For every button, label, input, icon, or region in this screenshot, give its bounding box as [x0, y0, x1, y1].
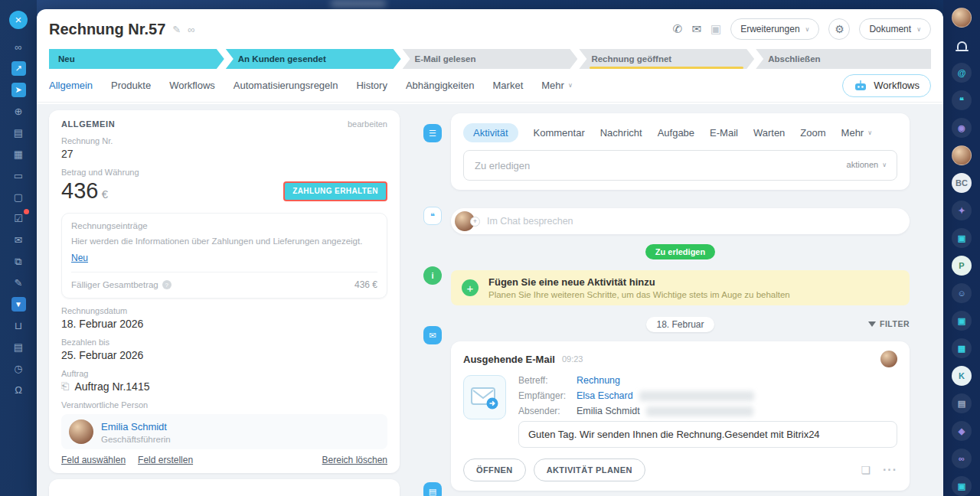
group[interactable]: ☺	[952, 283, 972, 303]
more-actions-icon[interactable]: ···	[883, 463, 897, 477]
tab-abhängigkeiten[interactable]: Abhängigkeiten	[406, 80, 475, 91]
user-initials-p[interactable]: P	[952, 256, 972, 276]
stage-3[interactable]: E-Mail gelesen	[403, 49, 578, 69]
copy-link-icon[interactable]: ∞	[188, 24, 194, 35]
document-button[interactable]: Dokument ∨	[859, 18, 931, 40]
composer-tab-aufgabe[interactable]: Aufgabe	[658, 123, 694, 142]
add-participant-icon[interactable]: +	[470, 217, 480, 227]
invoice-date-value[interactable]: 18. Februar 2026	[61, 318, 387, 330]
chat-input-row[interactable]: + Im Chat besprechen	[451, 208, 910, 234]
app-star[interactable]: ✦	[952, 201, 972, 220]
composer-tab-zoom[interactable]: Zoom	[800, 123, 825, 142]
stage-5[interactable]: Abschließen	[756, 49, 931, 69]
stage-1[interactable]: Neu	[49, 49, 224, 69]
monitor-icon[interactable]: ▢	[11, 190, 26, 204]
user-avatar[interactable]	[952, 145, 972, 165]
app-square[interactable]: ▣	[952, 476, 972, 496]
user-initials-k[interactable]: K	[952, 366, 972, 386]
edit-title-icon[interactable]: ✎	[172, 24, 181, 35]
order-value[interactable]: Auftrag Nr.1415	[74, 380, 149, 393]
info-icon: i	[423, 266, 442, 285]
filter-button[interactable]: FILTER	[868, 319, 910, 328]
composer-tab-warten[interactable]: Warten	[753, 123, 785, 142]
panel-footer-links: Feld auswählen Feld erstellen Bereich lö…	[61, 455, 387, 465]
extensions-button[interactable]: Erweiterungen ∨	[730, 18, 819, 40]
document-icon[interactable]: ▤	[11, 126, 26, 140]
file[interactable]: ▤	[952, 393, 972, 413]
date-chip[interactable]: 18. Februar	[646, 317, 714, 332]
todo-status-badge[interactable]: Zu erledigen	[645, 244, 715, 259]
calendar-icon[interactable]: ▦	[11, 147, 26, 162]
payment-received-button[interactable]: ZAHLUNG ERHALTEN	[283, 181, 387, 201]
camera[interactable]: ▣	[952, 311, 972, 331]
composer-tab-mehr[interactable]: Mehr∨	[841, 123, 872, 142]
mail-icon[interactable]: ✉	[691, 22, 701, 36]
tab-workflows[interactable]: Workflows	[169, 80, 215, 91]
mail-icon[interactable]: ✉	[11, 233, 26, 247]
link-icon[interactable]: ∞	[11, 40, 26, 54]
invite-icon[interactable]: ⊕	[11, 104, 26, 119]
app-loop[interactable]: ∞	[952, 449, 972, 468]
phone-icon[interactable]: ✆	[673, 22, 683, 36]
activity-composer: AktivitätKommentarNachrichtAufgabeE-Mail…	[451, 113, 910, 190]
composer-tab-aktivität[interactable]: Aktivität	[463, 123, 518, 142]
actions-dropdown[interactable]: aktionen ∨	[847, 160, 887, 169]
send-icon[interactable]: ➤	[11, 83, 26, 97]
app-spiral[interactable]: @	[952, 63, 972, 83]
stage-4[interactable]: Rechnung geöffnet	[579, 49, 754, 69]
entries-new-link[interactable]: Neu	[71, 253, 88, 263]
select-field-link[interactable]: Feld auswählen	[61, 455, 126, 465]
video[interactable]: ▣	[952, 228, 972, 248]
plan-activity-button[interactable]: AKTIVITÄT PLANEN	[534, 458, 645, 481]
edit-section-link[interactable]: bearbeiten	[348, 119, 387, 129]
gallery-icon[interactable]: ▣	[710, 22, 721, 36]
subject-link[interactable]: Rechnung	[577, 375, 620, 386]
profile-avatar[interactable]	[952, 8, 972, 28]
tab-mehr[interactable]: Mehr∨	[541, 80, 572, 91]
content-area: ALLGEMEIN bearbeiten Rechnung Nr. 27 Bet…	[37, 104, 943, 496]
tasks-icon[interactable]: ☑	[11, 211, 26, 226]
tab-produkte[interactable]: Produkte	[111, 80, 151, 91]
filter-icon[interactable]: ▼	[11, 297, 26, 312]
invoice-number-value[interactable]: 27	[61, 148, 387, 160]
tab-allgemein[interactable]: Allgemein	[49, 80, 93, 91]
tab-market[interactable]: Market	[493, 80, 524, 91]
clock-icon[interactable]: ◷	[11, 361, 26, 376]
board[interactable]: ▦	[952, 338, 972, 358]
open-email-button[interactable]: ÖFFNEN	[463, 458, 526, 481]
copy-icon[interactable]: ⧉	[11, 254, 26, 269]
settings-gear-button[interactable]: ⚙	[828, 18, 850, 40]
responsible-name-link[interactable]: Emilia Schmidt	[101, 421, 167, 432]
close-slider-button[interactable]: ×	[9, 11, 28, 29]
app-disc[interactable]: ◉	[952, 118, 972, 138]
file-icon[interactable]: ▤	[11, 340, 26, 354]
notifications-bell[interactable]	[952, 35, 972, 55]
responsible-person-card[interactable]: Emilia Schmidt Geschäftsführerin	[61, 414, 387, 449]
app-gem[interactable]: ◈	[952, 421, 972, 441]
messenger[interactable]: ❝	[952, 90, 972, 110]
share-icon[interactable]: ↗	[11, 61, 26, 76]
delete-section-link[interactable]: Bereich löschen	[322, 455, 387, 465]
tab-history[interactable]: History	[356, 80, 387, 91]
add-activity-icon[interactable]: +	[462, 279, 479, 296]
help-icon[interactable]: ?	[162, 280, 172, 289]
edit-icon[interactable]: ✎	[11, 276, 26, 290]
cart-icon[interactable]: ⊔	[11, 318, 26, 333]
todo-input[interactable]	[463, 150, 897, 181]
responsible-avatar	[69, 419, 93, 444]
stage-2[interactable]: An Kunden gesendet	[226, 49, 401, 69]
composer-tab-nachricht[interactable]: Nachricht	[600, 123, 642, 142]
comment-icon[interactable]: ❏	[861, 464, 871, 476]
amount-value[interactable]: 436 €	[61, 178, 108, 204]
composer-tab-e-mail[interactable]: E-Mail	[710, 123, 738, 142]
payment-icon[interactable]: ▭	[11, 168, 26, 183]
due-total-value: 436 €	[354, 279, 377, 290]
tab-automatisierungsregeln[interactable]: Automatisierungsregeln	[234, 80, 338, 91]
pay-until-value[interactable]: 25. Februar 2026	[61, 349, 387, 361]
recipient-link[interactable]: Elsa Eschard	[577, 390, 633, 401]
user-initials-bc[interactable]: BC	[952, 173, 972, 193]
composer-tab-kommentar[interactable]: Kommentar	[534, 123, 585, 142]
create-field-link[interactable]: Feld erstellen	[138, 455, 193, 465]
workflows-button[interactable]: Workflows	[842, 74, 931, 97]
support-icon[interactable]: Ω	[11, 383, 26, 397]
